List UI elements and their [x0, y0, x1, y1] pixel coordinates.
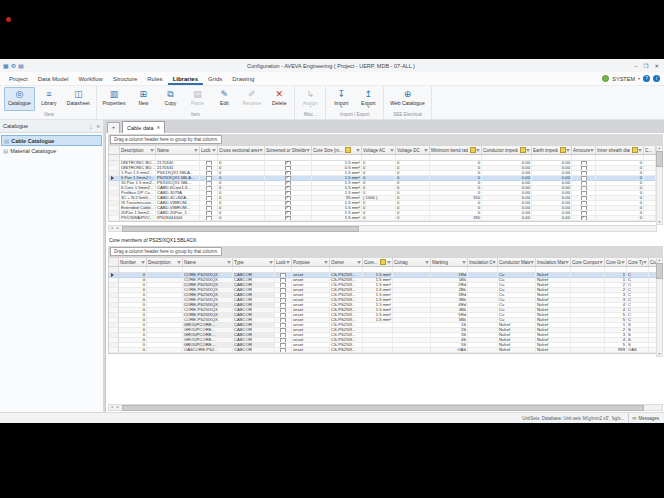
cell-description[interactable]: PVC/SWA/PVC...: [120, 216, 156, 221]
cell-type[interactable]: CABCOR: [233, 348, 275, 353]
cell-core_size[interactable]: 1.5 mm²: [312, 216, 362, 221]
cell-voltage_dc[interactable]: 0: [396, 216, 430, 221]
cable-grid-hscrollbar[interactable]: ◂ ▸: [108, 225, 657, 232]
cell-number[interactable]: 0: [119, 348, 147, 353]
ribbon-button-copy[interactable]: ⧉Copy: [157, 87, 183, 111]
checkbox-lock[interactable]: [206, 216, 212, 221]
filter-icon[interactable]: [390, 149, 394, 152]
tab-cable-data[interactable]: Cable data ✕: [122, 121, 165, 133]
cell-core_composition[interactable]: [571, 348, 605, 353]
filter-icon[interactable]: [357, 261, 361, 264]
filter-icon[interactable]: [492, 261, 496, 264]
column-header-lock[interactable]: Lock: [275, 257, 292, 267]
cell-name[interactable]: IPS1944J004: [156, 216, 200, 221]
filter-icon[interactable]: [566, 149, 570, 152]
column-header-core_group[interactable]: Core Group: [605, 257, 627, 267]
cell-cross_sectional_area[interactable]: 0: [218, 216, 265, 221]
up-arrow-icon[interactable]: ▴: [659, 146, 661, 150]
column-header-owner[interactable]: Owner: [330, 257, 363, 267]
checkbox-lock[interactable]: [280, 348, 286, 353]
column-header-conductor_impedance[interactable]: Conductor impedance [...: [482, 145, 532, 155]
column-header-cross_sectional_area[interactable]: Cross sectional area: [218, 145, 265, 155]
up-arrow-icon[interactable]: ▴: [659, 258, 661, 262]
pin-icon[interactable]: ⊤: [89, 124, 93, 129]
filter-icon[interactable]: [565, 261, 569, 264]
messages-button[interactable]: ✉ Messages: [628, 413, 662, 423]
filter-icon[interactable]: [462, 261, 466, 264]
column-header-min_bend_radius[interactable]: Minimum bend radius [...: [430, 145, 482, 155]
column-header-core_size[interactable]: Core...: [363, 257, 393, 267]
column-header-cut[interactable]: C...: [644, 145, 656, 155]
cell-insulation_colour[interactable]: [468, 348, 498, 353]
cable-grid-vscrollbar[interactable]: ▴ ▾: [656, 145, 663, 225]
core-grid-hscrollbar[interactable]: ◂ ▸: [108, 404, 663, 411]
filter-icon[interactable]: [356, 149, 360, 152]
hscroll-thumb[interactable]: [122, 226, 359, 232]
cell-description[interactable]: [147, 348, 183, 353]
column-header-armoured[interactable]: Armoured: [572, 145, 596, 155]
column-header-description[interactable]: Description: [120, 145, 156, 155]
sidebar-item-material-catalogue[interactable]: ▤Material Catalogue: [1, 146, 102, 155]
cell-core_type[interactable]: OAS: [627, 348, 649, 353]
restore-button[interactable]: ❐: [643, 63, 648, 69]
filter-icon[interactable]: [590, 149, 594, 152]
menu-tab-libraries[interactable]: Libraries: [168, 72, 203, 85]
app-icon[interactable]: ▦: [3, 62, 9, 69]
column-header-cortag[interactable]: Cortag: [393, 257, 431, 267]
grid-row[interactable]: PVC/SWA/PVC...IPS1944J00401.5 mm²001800.…: [109, 216, 656, 221]
tab-list-dropdown[interactable]: ▾: [107, 122, 120, 133]
menu-tab-grids[interactable]: Grids: [203, 72, 227, 85]
ribbon-button-edit[interactable]: ✎Edit: [211, 87, 237, 111]
filter-icon[interactable]: [269, 261, 273, 264]
app-settings-icon[interactable]: ⚙: [11, 62, 16, 69]
column-header-core_composition[interactable]: Core Composition: [571, 257, 605, 267]
cell-name[interactable]: OASCORE-PS2...: [183, 348, 233, 353]
filter-icon[interactable]: [177, 261, 181, 264]
down-arrow-icon[interactable]: ▾: [659, 352, 661, 356]
menu-tab-structure[interactable]: Structure: [108, 72, 142, 85]
filter-icon[interactable]: [259, 149, 263, 152]
cell-marking[interactable]: OAS: [431, 348, 468, 353]
column-header-purpose[interactable]: Purpose: [292, 257, 330, 267]
down-arrow-icon[interactable]: ▾: [659, 220, 661, 224]
column-header-inner_sheath_diameter[interactable]: Inner sheath diameter [...: [596, 145, 644, 155]
ribbon-button-datasheet[interactable]: ◫Datasheet: [63, 87, 94, 111]
right-arrow-icon[interactable]: ▸: [115, 405, 121, 410]
filter-icon[interactable]: [599, 261, 603, 264]
group-by-bar-cores[interactable]: Drag a column header here to group by th…: [108, 246, 663, 257]
tab-close-icon[interactable]: ✕: [157, 125, 161, 130]
ribbon-button-web-catalogue[interactable]: ⊕Web Catalogue: [386, 87, 428, 111]
menu-tab-data-model[interactable]: Data Model: [33, 72, 74, 85]
sidebar-item-cable-catalogue[interactable]: ▤Cable Catalogue: [1, 135, 102, 146]
ribbon-button-catalogue[interactable]: ◎Catalogue: [4, 87, 35, 111]
filter-icon[interactable]: [425, 261, 429, 264]
ribbon-button-library[interactable]: ≡Library: [36, 87, 62, 111]
cell-screened_or_shielded[interactable]: [265, 216, 312, 221]
menu-tab-workflow[interactable]: Workflow: [73, 72, 108, 85]
cell-conductor_material[interactable]: Nulref: [498, 348, 536, 353]
column-header-marking[interactable]: Marking: [431, 257, 468, 267]
cell-inner_sheath_diameter[interactable]: 0: [596, 216, 644, 221]
ribbon-button-properties[interactable]: ▥Properties: [99, 87, 130, 111]
panel-close-icon[interactable]: ✕: [96, 124, 100, 129]
cell-cut[interactable]: [644, 216, 656, 221]
vscroll-thumb[interactable]: [656, 151, 663, 167]
menu-tab-project[interactable]: Project: [4, 72, 33, 85]
right-arrow-icon[interactable]: ▸: [115, 226, 121, 231]
menu-tab-rules[interactable]: Rules: [142, 72, 167, 85]
column-header-conductor_material[interactable]: Conductor Material: [498, 257, 536, 267]
filter-icon[interactable]: [141, 261, 145, 264]
filter-icon[interactable]: [150, 149, 154, 152]
ribbon-button-delete[interactable]: ✕Delete: [266, 87, 292, 111]
filter-icon[interactable]: [476, 149, 480, 152]
group-by-bar-cables[interactable]: Drag a column header here to group by th…: [108, 134, 663, 145]
column-header-description[interactable]: Description: [147, 257, 183, 267]
column-header-voltage_dc[interactable]: Voltage DC: [396, 145, 430, 155]
column-header-insulation_colour[interactable]: Insulation Colour: [468, 257, 498, 267]
cell-cortag[interactable]: [393, 348, 431, 353]
cell-selector[interactable]: [109, 216, 120, 221]
checkbox-screened_or_shielded[interactable]: [285, 216, 291, 221]
ribbon-button-import[interactable]: ↧Import▾: [328, 87, 354, 111]
filter-icon[interactable]: [212, 149, 216, 152]
column-header-type[interactable]: Type: [233, 257, 275, 267]
